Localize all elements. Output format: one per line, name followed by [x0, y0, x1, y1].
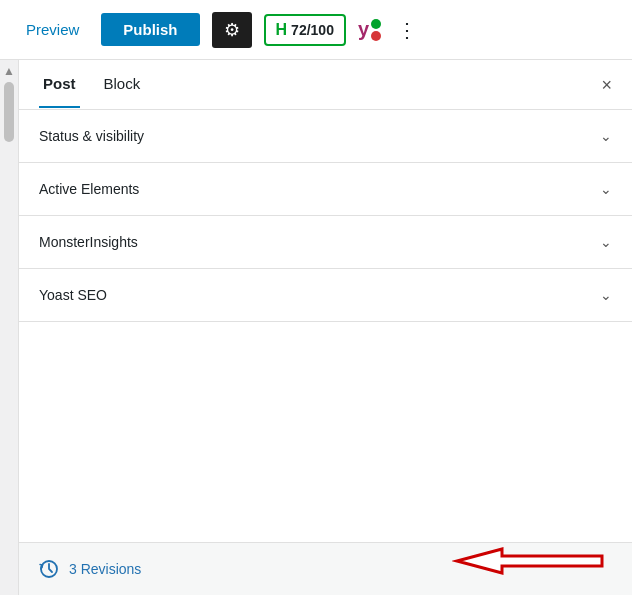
revisions-link[interactable]: 3 Revisions	[69, 561, 141, 577]
yoast-green-dot	[371, 19, 381, 29]
yoast-red-dot	[371, 31, 381, 41]
section-label: Active Elements	[39, 181, 139, 197]
side-panel: Post Block × Status & visibility ⌄ Activ…	[18, 60, 632, 595]
arrow-annotation	[452, 541, 612, 581]
chevron-down-icon: ⌄	[600, 234, 612, 250]
svg-marker-1	[457, 549, 602, 573]
tab-block[interactable]: Block	[100, 61, 145, 108]
tabs-row: Post Block ×	[19, 60, 632, 110]
chevron-down-icon: ⌄	[600, 181, 612, 197]
main-area: ▲ Post Block × Status & visibility ⌄ Act…	[0, 60, 632, 595]
seo-score-value: 72/100	[291, 22, 334, 38]
tab-post[interactable]: Post	[39, 61, 80, 108]
panel-sections: Status & visibility ⌄ Active Elements ⌄ …	[19, 110, 632, 542]
red-arrow-svg	[452, 541, 612, 581]
section-yoast-seo[interactable]: Yoast SEO ⌄	[19, 269, 632, 322]
scroll-up-arrow[interactable]: ▲	[3, 64, 15, 78]
section-active-elements[interactable]: Active Elements ⌄	[19, 163, 632, 216]
seo-h-icon: H	[276, 21, 288, 39]
yoast-button[interactable]: y	[358, 18, 381, 41]
gear-icon: ⚙	[224, 19, 240, 41]
publish-button[interactable]: Publish	[101, 13, 199, 46]
scrollbar[interactable]: ▲	[0, 60, 18, 595]
section-monsterinsights[interactable]: MonsterInsights ⌄	[19, 216, 632, 269]
yoast-y-icon: y	[358, 18, 369, 41]
chevron-down-icon: ⌄	[600, 128, 612, 144]
toolbar: Preview Publish ⚙ H 72/100 y ⋮	[0, 0, 632, 60]
section-label: Yoast SEO	[39, 287, 107, 303]
revisions-footer: 3 Revisions	[19, 542, 632, 595]
section-label: Status & visibility	[39, 128, 144, 144]
more-options-icon[interactable]: ⋮	[393, 14, 422, 46]
settings-button[interactable]: ⚙	[212, 12, 252, 48]
section-label: MonsterInsights	[39, 234, 138, 250]
chevron-down-icon: ⌄	[600, 287, 612, 303]
section-status-visibility[interactable]: Status & visibility ⌄	[19, 110, 632, 163]
scroll-thumb[interactable]	[4, 82, 14, 142]
seo-score-button[interactable]: H 72/100	[264, 14, 346, 46]
revisions-clock-icon	[39, 559, 59, 579]
preview-button[interactable]: Preview	[16, 15, 89, 44]
close-panel-button[interactable]: ×	[601, 76, 612, 94]
